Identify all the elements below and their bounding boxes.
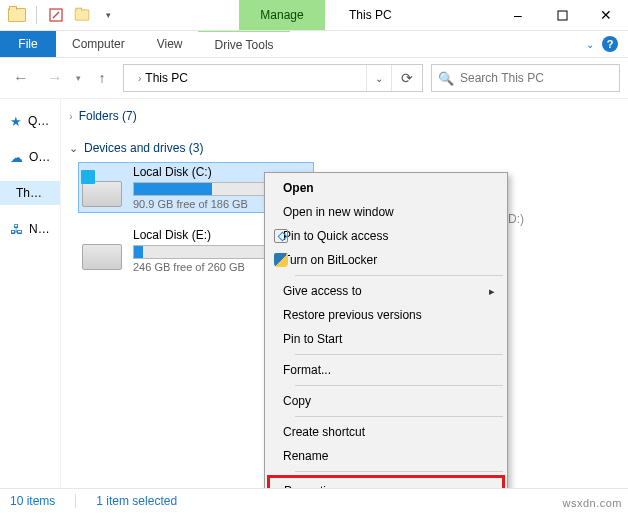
sidebar-item-label: Q… [28,114,49,128]
cm-label: Give access to [283,284,362,298]
breadcrumb-location[interactable]: This PC [145,71,188,85]
quick-access-toolbar: ▾ [0,0,119,30]
sidebar-item-network[interactable]: 🖧 N… [0,217,60,241]
drive-capacity-bar [133,245,285,259]
drive-capacity-fill [134,246,143,258]
qat-new-folder-icon[interactable] [71,4,93,26]
nav-bar: ← → ▾ ↑ › This PC ⌄ ⟳ 🔍 Search This PC [0,58,628,99]
breadcrumb-sep-icon[interactable]: › [138,73,141,84]
drive-capacity-fill [134,183,212,195]
watermark: wsxdn.com [562,497,622,509]
status-item-count: 10 items [10,494,55,508]
cm-create-shortcut[interactable]: Create shortcut [267,420,505,444]
sidebar-item-label: O… [29,150,50,164]
network-icon: 🖧 [10,222,23,237]
cm-separator [295,416,503,417]
cm-open[interactable]: Open [267,176,505,200]
nav-up-button[interactable]: ↑ [89,65,115,91]
cm-separator [295,275,503,276]
nav-pane: ★ Q… ☁ O… Th… 🖧 N… [0,99,61,489]
address-dropdown-icon[interactable]: ⌄ [366,65,391,91]
chevron-down-icon: ⌄ [69,142,78,155]
cm-separator [295,354,503,355]
shield-icon [267,253,295,267]
group-header-folders[interactable]: › Folders (7) [65,105,628,127]
qat-properties-icon[interactable] [45,4,67,26]
address-bar[interactable]: › This PC ⌄ ⟳ [123,64,423,92]
sidebar-item-label: N… [29,222,50,236]
sidebar-item-this-pc[interactable]: Th… [0,181,60,205]
window-title: This PC [349,0,392,30]
search-icon: 🔍 [438,71,454,86]
cm-label: Turn on BitLocker [283,253,377,267]
window-controls: – ✕ [496,0,628,30]
minimize-button[interactable]: – [496,0,540,30]
cm-open-new-window[interactable]: Open in new window [267,200,505,224]
cm-separator [295,471,503,472]
drive-capacity-bar [133,182,285,196]
submenu-arrow-icon: ▸ [489,285,495,298]
sidebar-item-label: Th… [16,186,42,200]
drive-icon [79,226,125,272]
status-selected-count: 1 item selected [96,494,177,508]
app-icon [6,4,28,26]
cloud-icon: ☁ [10,150,23,165]
maximize-button[interactable] [540,0,584,30]
close-button[interactable]: ✕ [584,0,628,30]
context-menu: Open Open in new window Pin to Quick acc… [264,172,508,511]
group-label: Folders (7) [79,109,137,123]
cm-pin-start[interactable]: Pin to Start [267,327,505,351]
chevron-right-icon: › [69,110,73,122]
refresh-button[interactable]: ⟳ [391,65,422,91]
cm-bitlocker[interactable]: Turn on BitLocker [267,248,505,272]
cm-separator [295,385,503,386]
ribbon-collapse-icon[interactable]: ⌄ [586,39,594,50]
sidebar-item-onedrive[interactable]: ☁ O… [0,145,60,169]
sidebar-item-quick-access[interactable]: ★ Q… [0,109,60,133]
status-separator [75,494,76,508]
status-bar: 10 items 1 item selected wsxdn.com [0,488,628,513]
help-icon[interactable]: ? [602,36,618,52]
search-placeholder: Search This PC [460,71,544,85]
nav-back-button[interactable]: ← [8,65,34,91]
ribbon-tab-view[interactable]: View [141,31,199,57]
file-tab[interactable]: File [0,31,56,57]
star-icon: ★ [10,114,22,129]
cm-restore-previous[interactable]: Restore previous versions [267,303,505,327]
cm-give-access[interactable]: Give access to ▸ [267,279,505,303]
cm-pin-quick-access[interactable]: Pin to Quick access [267,224,505,248]
search-box[interactable]: 🔍 Search This PC [431,64,620,92]
nav-forward-button[interactable]: → [42,65,68,91]
title-bar: ▾ Manage This PC – ✕ [0,0,628,31]
cm-format[interactable]: Format... [267,358,505,382]
pin-icon [267,229,295,243]
contextual-tab-manage[interactable]: Manage [239,0,325,30]
cm-label: Pin to Quick access [283,229,388,243]
svg-rect-1 [558,11,567,20]
ribbon-tab-computer[interactable]: Computer [56,31,141,57]
group-label: Devices and drives (3) [84,141,203,155]
ribbon-tab-drive-tools[interactable]: Drive Tools [198,31,289,57]
nav-history-dropdown[interactable]: ▾ [76,73,81,83]
qat-dropdown-icon[interactable]: ▾ [97,4,119,26]
cm-rename[interactable]: Rename [267,444,505,468]
group-header-drives[interactable]: ⌄ Devices and drives (3) [65,137,628,159]
ribbon: File Computer View Drive Tools ⌄ ? [0,31,628,58]
cm-copy[interactable]: Copy [267,389,505,413]
drive-icon [79,163,125,209]
